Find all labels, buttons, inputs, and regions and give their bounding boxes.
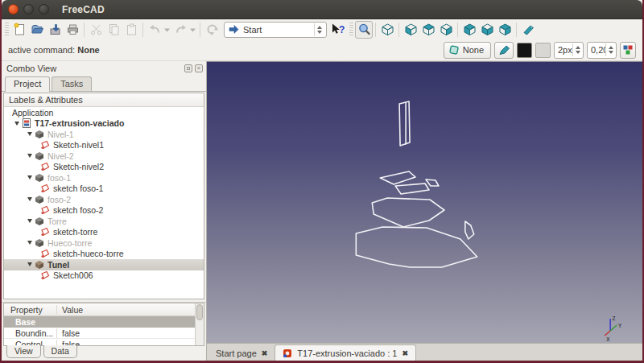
right-view-button[interactable] xyxy=(437,21,455,39)
model-tree: Labels & Attributes Application T17-extr… xyxy=(3,93,204,299)
undo-dropdown-arrow[interactable] xyxy=(163,21,171,39)
tree-row-group[interactable]: foso-2 xyxy=(4,194,204,205)
save-button[interactable] xyxy=(46,21,64,39)
document-icon xyxy=(22,118,31,128)
redo-button[interactable] xyxy=(171,21,189,39)
tree-row-group[interactable]: foso-1 xyxy=(4,172,204,184)
whats-this-button[interactable]: ? xyxy=(330,21,348,39)
measure-distance-button[interactable] xyxy=(519,21,537,39)
property-scrollbar[interactable] xyxy=(195,303,204,345)
face-color-swatch[interactable] xyxy=(535,43,551,58)
bottom-view-button[interactable] xyxy=(478,21,496,39)
expander-icon[interactable] xyxy=(27,175,32,179)
window-maximize-button[interactable] xyxy=(39,4,49,14)
sketch-icon xyxy=(40,162,50,171)
print-button[interactable] xyxy=(64,21,81,39)
toolbar-grip[interactable] xyxy=(5,23,9,37)
tree-row-group[interactable]: Torre xyxy=(4,216,204,227)
paste-button[interactable] xyxy=(122,21,140,39)
workbench-spinner[interactable] xyxy=(314,23,324,36)
undo-button[interactable] xyxy=(146,21,163,39)
open-file-button[interactable] xyxy=(28,21,46,39)
expander-icon[interactable] xyxy=(14,122,19,126)
left-view-cube-icon xyxy=(498,23,512,36)
sketch-icon xyxy=(40,249,50,258)
sketch-icon xyxy=(40,184,50,193)
main-toolbar: Start ? xyxy=(2,19,642,39)
close-tab-icon[interactable]: ✖ xyxy=(262,349,268,357)
extrusion-cube-icon xyxy=(35,173,44,183)
tab-tasks[interactable]: Tasks xyxy=(52,76,92,91)
text-scale-spinbox[interactable]: 0,20 xyxy=(587,42,617,59)
expander-icon[interactable] xyxy=(27,241,32,245)
refresh-button[interactable] xyxy=(203,21,221,39)
line-width-spinner[interactable] xyxy=(572,43,583,56)
new-document-button[interactable] xyxy=(10,21,28,39)
paste-clipboard-icon xyxy=(125,23,138,36)
tab-start-page[interactable]: Start page ✖ xyxy=(208,344,275,361)
tree-row-sketch[interactable]: sketch foso-2 xyxy=(4,205,204,217)
tab-document-view[interactable]: T17-extrusion-vaciado : 1 ✖ xyxy=(275,344,416,361)
front-view-button[interactable] xyxy=(402,21,419,39)
tree-header: Labels & Attributes xyxy=(4,93,204,107)
fit-all-button[interactable] xyxy=(355,21,373,39)
expander-icon[interactable] xyxy=(27,197,32,201)
redo-dropdown-arrow[interactable] xyxy=(189,21,197,39)
open-file-icon xyxy=(31,23,44,36)
tab-data[interactable]: Data xyxy=(43,345,77,358)
combo-view-title: Combo View xyxy=(6,64,182,73)
property-row[interactable]: Boundin... false xyxy=(4,328,204,339)
tree-row-group[interactable]: Nivel-2 xyxy=(4,151,204,162)
left-view-button[interactable] xyxy=(496,21,514,39)
rear-view-cube-icon xyxy=(463,23,477,36)
tree-row-group[interactable]: Hueco-torre xyxy=(4,237,204,249)
rear-view-button[interactable] xyxy=(460,21,478,39)
property-group-base[interactable]: Base xyxy=(4,316,204,328)
copy-icon xyxy=(107,23,121,36)
working-plane-icon xyxy=(448,44,460,56)
line-width-spinbox[interactable]: 2px xyxy=(554,42,584,59)
tree-row-application[interactable]: Application xyxy=(4,107,204,118)
tree-row-sketch[interactable]: sketch foso-1 xyxy=(4,184,204,195)
workbench-selector[interactable]: Start xyxy=(224,22,327,38)
print-icon xyxy=(66,23,80,36)
tree-row-sketch[interactable]: Sketch006 xyxy=(4,270,204,282)
text-scale-spinner[interactable] xyxy=(605,43,616,56)
tree-row-tunel-selected[interactable]: Tunel xyxy=(4,259,204,270)
close-tab-icon[interactable]: ✖ xyxy=(402,349,408,357)
copy-button[interactable] xyxy=(105,21,122,39)
tree-row-sketch[interactable]: Sketch-nivel1 xyxy=(4,140,204,151)
tree-row-sketch[interactable]: sketch-torre xyxy=(4,227,204,238)
expander-icon[interactable] xyxy=(27,132,32,136)
measure-distance-icon xyxy=(522,23,535,36)
panel-float-button[interactable] xyxy=(184,64,192,72)
combo-view-tabs: Project Tasks xyxy=(2,75,206,92)
working-plane-button[interactable]: None xyxy=(444,42,491,59)
tree-row-sketch[interactable]: sketch-hueco-torre xyxy=(4,249,204,260)
3d-viewport[interactable]: Z Y X xyxy=(207,61,642,343)
axonometric-cube-icon xyxy=(381,23,394,36)
front-view-cube-icon xyxy=(404,23,418,36)
tree-row-sketch[interactable]: Sketch-nivel2 xyxy=(4,162,204,173)
window-minimize-button[interactable] xyxy=(23,4,34,14)
tab-project[interactable]: Project xyxy=(5,76,50,92)
extrusion-cube-icon xyxy=(35,238,44,248)
panel-close-button[interactable]: ✕ xyxy=(195,64,203,72)
toolbar-separator xyxy=(84,23,85,37)
line-color-swatch[interactable] xyxy=(517,43,532,58)
expander-icon[interactable] xyxy=(27,219,32,223)
construction-mode-button[interactable] xyxy=(494,42,514,59)
tree-row-document[interactable]: T17-extrusion-vaciado xyxy=(4,118,204,130)
tab-view[interactable]: View xyxy=(6,345,41,358)
window-close-button[interactable] xyxy=(8,4,19,14)
expander-icon[interactable] xyxy=(27,154,32,158)
cut-button[interactable] xyxy=(87,21,105,39)
top-view-button[interactable] xyxy=(419,21,437,39)
autogroup-button[interactable] xyxy=(620,42,636,59)
axonometric-view-button[interactable] xyxy=(378,21,396,39)
right-view-cube-icon xyxy=(440,23,453,36)
tree-row-group[interactable]: Nivel-1 xyxy=(4,129,204,140)
toolbar-grip[interactable] xyxy=(349,23,353,37)
expander-icon[interactable] xyxy=(27,262,32,266)
new-document-icon xyxy=(13,23,27,36)
